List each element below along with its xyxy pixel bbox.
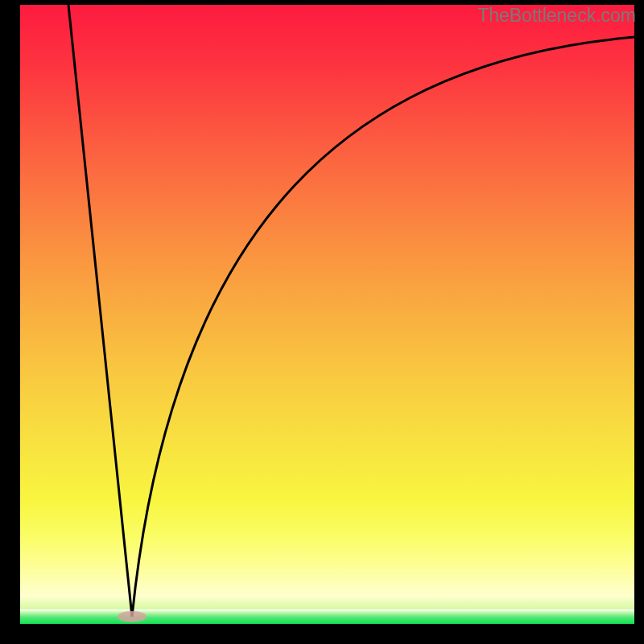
plot-area (20, 5, 634, 624)
chart-container: TheBottleneck.com (0, 0, 644, 644)
watermark-text: TheBottleneck.com (477, 5, 636, 27)
green-band (20, 609, 634, 624)
chart-svg (20, 5, 634, 624)
minimum-marker (118, 611, 147, 622)
gradient-background (20, 5, 634, 624)
